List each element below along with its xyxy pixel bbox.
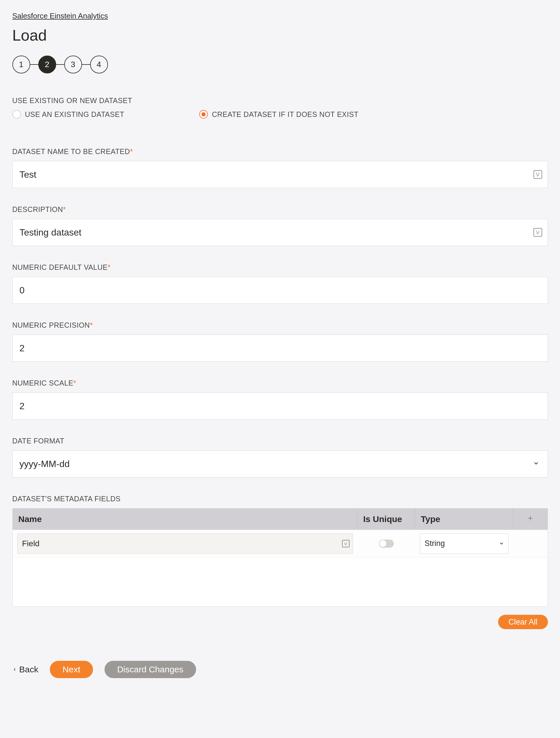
description-label: DESCRIPTION* [12,205,548,214]
radio-label-existing: USE AN EXISTING DATASET [25,110,124,119]
col-is-unique: Is Unique [358,508,415,530]
breadcrumb-link[interactable]: Salesforce Einstein Analytics [12,12,548,20]
is-unique-toggle[interactable] [379,539,394,548]
variable-icon[interactable]: V [342,540,350,547]
dataset-mode-label: USE EXISTING OR NEW DATASET [12,96,548,105]
variable-icon[interactable]: V [534,170,542,179]
radio-label-create: CREATE DATASET IF IT DOES NOT EXIST [212,110,359,119]
plus-icon [527,514,534,524]
chevron-down-icon [499,539,504,548]
radio-create-dataset[interactable]: CREATE DATASET IF IT DOES NOT EXIST [199,110,359,119]
numeric-default-label: NUMERIC DEFAULT VALUE* [12,263,548,272]
numeric-default-input[interactable] [12,277,548,304]
col-type: Type [415,508,513,530]
table-empty-area [13,558,548,607]
dataset-name-label: DATASET NAME TO BE CREATED* [12,147,548,156]
step-indicator: 1 2 3 4 [12,56,548,73]
metadata-table: Name Is Unique Type V [12,508,548,607]
row-name-input[interactable] [17,533,353,554]
step-connector [30,64,38,65]
radio-icon [12,110,21,119]
table-row: V String [13,530,548,558]
next-button[interactable]: Next [50,661,93,678]
numeric-precision-label: NUMERIC PRECISION* [12,321,548,329]
step-connector [82,64,90,65]
toggle-knob [380,540,386,547]
variable-icon[interactable]: V [534,228,542,237]
dataset-name-input[interactable] [12,161,548,188]
metadata-fields-label: DATASET'S METADATA FIELDS [12,495,548,503]
step-connector [56,64,64,65]
description-input[interactable] [12,219,548,246]
chevron-left-icon [12,667,17,672]
row-type-select[interactable]: String [420,533,508,554]
radio-use-existing[interactable]: USE AN EXISTING DATASET [12,110,124,119]
step-3[interactable]: 3 [64,56,82,73]
step-1[interactable]: 1 [12,56,30,73]
date-format-label: DATE FORMAT [12,437,548,445]
step-4[interactable]: 4 [90,56,108,73]
numeric-scale-input[interactable] [12,392,548,419]
clear-all-button[interactable]: Clear All [498,615,548,629]
step-2[interactable]: 2 [38,56,56,73]
col-name: Name [13,508,358,530]
radio-icon [199,110,208,119]
numeric-scale-label: NUMERIC SCALE* [12,379,548,387]
page-title: Load [12,26,548,44]
discard-changes-button[interactable]: Discard Changes [104,661,196,678]
numeric-precision-input[interactable] [12,335,548,362]
back-button[interactable]: Back [12,665,39,674]
add-row-button[interactable] [513,508,548,530]
date-format-select[interactable]: yyyy-MM-dd [12,450,548,477]
